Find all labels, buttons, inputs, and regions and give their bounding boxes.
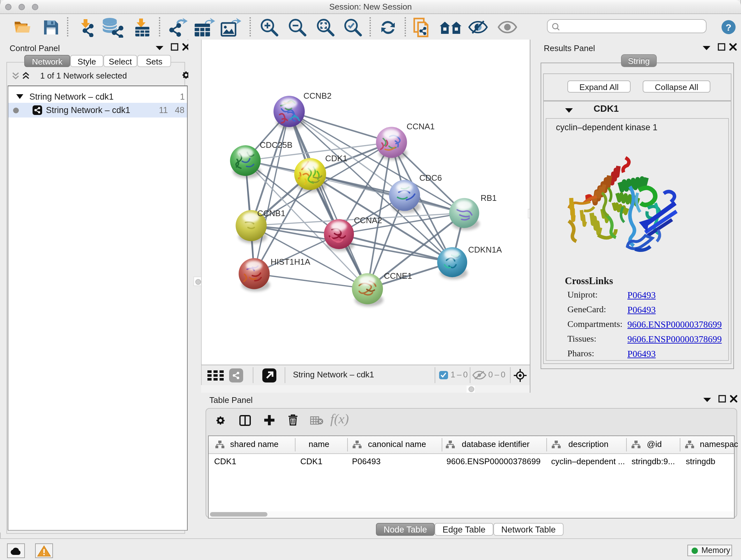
- svg-text:CCNE1: CCNE1: [384, 271, 412, 281]
- svg-text:CDKN1A: CDKN1A: [468, 245, 502, 254]
- svg-text:CCNA2: CCNA2: [354, 215, 382, 225]
- svg-text:CDC6: CDC6: [419, 173, 442, 183]
- svg-text:CCNB1: CCNB1: [257, 208, 285, 218]
- svg-text:HIST1H1A: HIST1H1A: [271, 257, 311, 266]
- svg-text:?: ?: [726, 22, 731, 32]
- svg-text:CDK1: CDK1: [325, 153, 347, 163]
- svg-text:RB1: RB1: [481, 193, 497, 203]
- svg-text:CCNA1: CCNA1: [407, 122, 434, 131]
- svg-text:CCNB2: CCNB2: [304, 91, 332, 101]
- svg-text:CDC25B: CDC25B: [260, 140, 293, 150]
